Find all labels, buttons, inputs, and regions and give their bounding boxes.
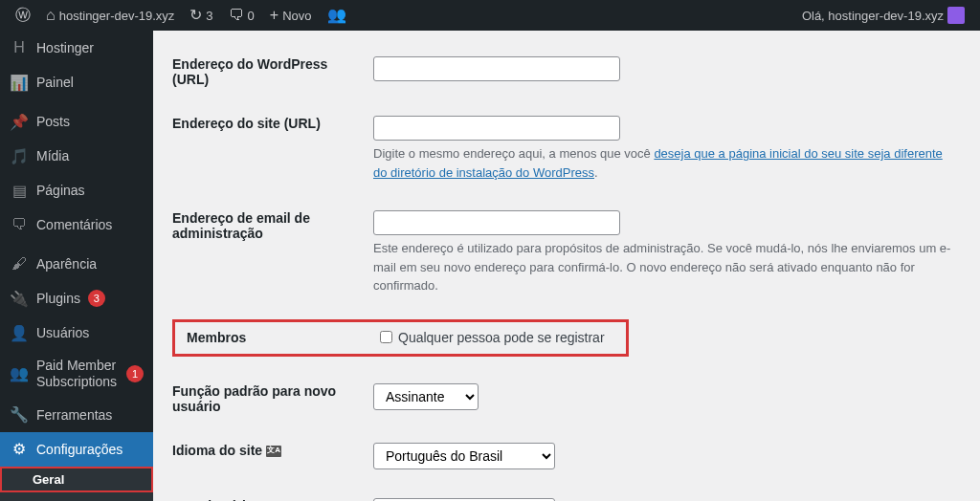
pin-icon: 📌: [10, 112, 29, 131]
submenu-writing[interactable]: Escrita: [0, 492, 153, 501]
avatar: [947, 7, 965, 24]
menu-plugins[interactable]: 🔌Plugins3: [0, 281, 153, 316]
brush-icon: 🖌: [10, 254, 29, 273]
menu-comments[interactable]: 🗨Comentários: [0, 207, 153, 242]
greeting: Olá, hostinger-dev-19.xyz: [802, 9, 944, 23]
main-content: Endereço do WordPress (URL) Endereço do …: [153, 0, 980, 501]
comments-link[interactable]: 🗨0: [221, 0, 262, 31]
media-icon: 🎵: [10, 146, 29, 165]
user-icon: 👤: [10, 323, 29, 342]
submenu-general[interactable]: Geral: [0, 467, 153, 492]
wp-logo[interactable]: ⓦ: [8, 0, 38, 31]
language-label: Idioma do site: [172, 428, 364, 484]
admin-sidebar: HHostinger 📊Painel 📌Posts 🎵Mídia ▤Página…: [0, 31, 153, 501]
home-icon: ⌂: [46, 8, 56, 23]
adminemail-description: Este endereço é utilizado para propósito…: [373, 239, 951, 295]
plugins-badge: 3: [88, 290, 105, 307]
menu-pms[interactable]: 👥Paid Member Subscriptions1: [0, 350, 153, 398]
menu-label: Comentários: [36, 217, 112, 232]
menu-label: Páginas: [36, 183, 85, 198]
siteurl-description: Digite o mesmo endereço aqui, a menos qu…: [373, 144, 951, 182]
adminemail-label: Endereço de email de administração: [172, 196, 364, 310]
membership-label: Membros: [187, 330, 368, 347]
admin-toolbar: ⓦ ⌂hostinger-dev-19.xyz ↻3 🗨0 +Novo 👥 Ol…: [0, 0, 980, 31]
default-role-select[interactable]: Assinante: [373, 383, 479, 410]
updates-count: 3: [206, 9, 212, 23]
group-icon: 👥: [10, 364, 29, 383]
dashboard-icon: 📊: [10, 73, 29, 92]
menu-label: Posts: [36, 114, 70, 129]
pms-quick-link[interactable]: 👥: [320, 0, 354, 31]
plug-icon: 🔌: [10, 289, 29, 308]
membership-checkbox[interactable]: [380, 331, 392, 343]
menu-label: Plugins: [36, 291, 80, 306]
wpurl-input[interactable]: [373, 56, 620, 81]
adminemail-input[interactable]: [373, 210, 620, 235]
account-link[interactable]: Olá, hostinger-dev-19.xyz: [794, 0, 972, 31]
comments-count: 0: [248, 9, 255, 23]
wordpress-icon: ⓦ: [15, 8, 31, 23]
siteurl-label: Endereço do site (URL): [172, 101, 364, 196]
comment-icon: 🗨: [10, 215, 29, 234]
menu-label: Painel: [36, 75, 74, 90]
site-name: hostinger-dev-19.xyz: [59, 9, 175, 23]
site-home-link[interactable]: ⌂hostinger-dev-19.xyz: [38, 0, 182, 31]
language-select[interactable]: Português do Brasil: [373, 443, 555, 469]
menu-media[interactable]: 🎵Mídia: [0, 139, 153, 173]
membership-checkbox-text: Qualquer pessoa pode se registrar: [398, 330, 605, 345]
updates-icon: ↻: [189, 8, 202, 23]
hostinger-icon: H: [10, 38, 29, 57]
menu-users[interactable]: 👤Usuários: [0, 316, 153, 350]
wrench-icon: 🔧: [10, 405, 29, 425]
menu-label: Paid Member Subscriptions: [36, 358, 119, 390]
menu-label: Aparência: [36, 256, 97, 272]
menu-hostinger[interactable]: HHostinger: [0, 31, 153, 65]
new-label: Novo: [282, 9, 311, 23]
timezone-label: Fuso horário: [172, 484, 364, 501]
comment-icon: 🗨: [229, 8, 244, 23]
settings-submenu: Geral Escrita Leitura Discussão Mídia Li…: [0, 467, 153, 501]
new-content-link[interactable]: +Novo: [262, 0, 320, 31]
menu-posts[interactable]: 📌Posts: [0, 104, 153, 139]
page-icon: ▤: [10, 181, 29, 200]
translate-icon: [266, 446, 281, 457]
menu-label: Hostinger: [36, 40, 94, 55]
menu-appearance[interactable]: 🖌Aparência: [0, 247, 153, 281]
menu-label: Configurações: [36, 442, 122, 457]
plus-icon: +: [270, 8, 278, 23]
menu-dashboard[interactable]: 📊Painel: [0, 65, 153, 99]
menu-label: Usuários: [36, 325, 89, 340]
siteurl-input[interactable]: [373, 116, 620, 141]
sliders-icon: ⚙: [10, 440, 29, 459]
group-icon: 👥: [327, 8, 346, 23]
menu-label: Ferramentas: [36, 407, 112, 423]
pms-badge: 1: [126, 365, 144, 382]
menu-tools[interactable]: 🔧Ferramentas: [0, 398, 153, 432]
menu-settings[interactable]: ⚙Configurações: [0, 432, 153, 467]
menu-pages[interactable]: ▤Páginas: [0, 173, 153, 207]
menu-label: Mídia: [36, 148, 69, 163]
membership-checkbox-label[interactable]: Qualquer pessoa pode se registrar: [380, 330, 605, 345]
wpurl-label: Endereço do WordPress (URL): [172, 42, 364, 101]
default-role-label: Função padrão para novo usuário: [172, 369, 364, 428]
membership-highlight: Membros Qualquer pessoa pode se registra…: [172, 319, 629, 358]
updates-link[interactable]: ↻3: [182, 0, 220, 31]
